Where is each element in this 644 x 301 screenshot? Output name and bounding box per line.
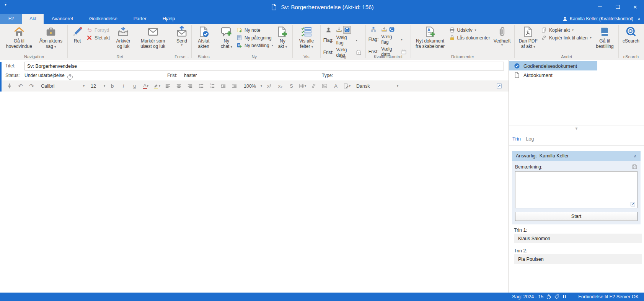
calendar-icon[interactable] bbox=[401, 49, 407, 55]
group-label-ny: Ny bbox=[216, 54, 293, 59]
start-approval-button[interactable]: Start bbox=[515, 212, 637, 221]
language-select[interactable]: Dansk▾ bbox=[355, 82, 400, 91]
new-note-button[interactable]: Ny note bbox=[236, 27, 273, 33]
send-button[interactable]: Send ▾ bbox=[174, 25, 190, 48]
copy-record-button[interactable]: Kopiér akt ▾ bbox=[541, 27, 592, 33]
document-list-item-record[interactable]: Aktdokument bbox=[509, 70, 597, 80]
csearch-button[interactable]: cSearch bbox=[620, 25, 642, 44]
case-number-label[interactable]: Sag: 2024 - 15 bbox=[512, 294, 543, 299]
undo-button-editor[interactable]: ↶ bbox=[15, 82, 26, 91]
document-list-item-approval[interactable]: Godkendelsesdokument bbox=[509, 61, 597, 70]
font-color-button[interactable]: A▾ bbox=[140, 82, 151, 91]
qc-choose-flag[interactable]: Vælg flag bbox=[381, 34, 398, 45]
edit-mode-button[interactable]: ▾ bbox=[341, 82, 352, 91]
flag-badge-selected[interactable] bbox=[344, 26, 351, 33]
finish-record-button[interactable]: Afslut akten bbox=[193, 25, 214, 50]
new-annotation-button[interactable]: Ny påtegning bbox=[236, 35, 273, 41]
zoom-select[interactable]: 100%▾ bbox=[242, 82, 264, 91]
new-request-button[interactable]: Ny bestilling ▾ bbox=[236, 43, 273, 48]
dropdown-icon[interactable]: ▾ bbox=[401, 38, 408, 41]
bold-button[interactable]: b bbox=[107, 82, 118, 91]
insert-table-button[interactable]: ▾ bbox=[297, 82, 308, 91]
open-case-button[interactable]: Åbn aktens sag ▾ bbox=[36, 25, 66, 50]
tab-parter[interactable]: Parter bbox=[126, 14, 155, 24]
close-button[interactable]: × bbox=[626, 0, 644, 14]
tag-icon[interactable] bbox=[554, 294, 559, 299]
align-right-button[interactable] bbox=[184, 82, 196, 91]
insert-image-button[interactable] bbox=[319, 82, 330, 91]
expand-comment-icon[interactable] bbox=[630, 201, 636, 207]
current-user-link[interactable]: Kamilla Keller (Kvalitetskontrol) bbox=[570, 16, 633, 21]
bullet-list-button[interactable] bbox=[196, 82, 207, 91]
dropdown-icon: ▾ bbox=[285, 45, 287, 49]
undo-button[interactable]: Fortryd bbox=[86, 27, 110, 33]
flag-tray-icon[interactable] bbox=[336, 27, 342, 33]
metadata-fields: Titel: Status: Under udarbejdelse? Frist… bbox=[0, 60, 509, 80]
collapse-ribbon-chevron[interactable]: ∧ bbox=[637, 14, 641, 24]
tab-hjaelp[interactable]: Hjælp bbox=[155, 14, 183, 24]
lock-documents-button[interactable]: Lås dokumenter bbox=[449, 35, 490, 41]
tab-f2[interactable]: F2 bbox=[0, 14, 22, 24]
underline-button[interactable]: u bbox=[129, 82, 140, 91]
new-chat-button[interactable]: Ny chat ▾ bbox=[218, 25, 235, 50]
goto-main-window-button[interactable]: Gå til hovedvindue bbox=[2, 25, 36, 50]
comment-label: Bemærkning: bbox=[515, 164, 542, 170]
print-button[interactable]: Udskriv ▾ bbox=[449, 27, 490, 33]
attach-button[interactable]: Vedhæft ▾ bbox=[491, 25, 513, 48]
font-size-select[interactable]: 12▾ bbox=[89, 82, 107, 91]
tab-godkendelse[interactable]: Godkendelse bbox=[81, 14, 126, 24]
dropdown-icon: ▾ bbox=[590, 36, 592, 39]
outdent-button[interactable] bbox=[218, 82, 229, 91]
approval-card-header[interactable]: Ansvarlig: Kamilla Keller ∧ bbox=[512, 151, 641, 161]
qc-flag-badge-icon[interactable] bbox=[389, 26, 395, 33]
qc-flag-tray-icon[interactable] bbox=[381, 26, 387, 33]
dropdown-icon: ▾ bbox=[397, 84, 398, 88]
step1-approver-row[interactable]: Klaus Salomon bbox=[514, 234, 642, 243]
mark-unread-close-button[interactable]: Markér som ulæst og luk bbox=[135, 25, 170, 50]
comment-textarea[interactable] bbox=[515, 171, 637, 208]
font-family-select[interactable]: Calibri▾ bbox=[39, 82, 86, 91]
numbered-list-button[interactable] bbox=[207, 82, 218, 91]
italic-button[interactable]: i bbox=[118, 82, 129, 91]
tab-trin[interactable]: Trin bbox=[512, 136, 521, 142]
show-all-fields-button[interactable]: Vis alle felter ▾ bbox=[294, 25, 319, 50]
delete-record-button[interactable]: Slet akt bbox=[86, 35, 110, 41]
save-comment-icon[interactable] bbox=[632, 164, 637, 170]
step2-approver-row[interactable]: Pia Poulsen bbox=[514, 254, 642, 264]
edit-button[interactable]: Ret bbox=[69, 25, 85, 44]
goto-request-button[interactable]: Gå til bestilling bbox=[593, 25, 617, 50]
dropdown-icon[interactable]: ▾ bbox=[356, 39, 363, 42]
clear-formatting-button[interactable]: A bbox=[330, 82, 341, 91]
subscript-button[interactable]: x₂ bbox=[275, 82, 286, 91]
create-pdf-button[interactable]: Dan PDF af akt ▾ bbox=[516, 25, 540, 50]
link-icon bbox=[541, 35, 547, 41]
indent-button[interactable] bbox=[229, 82, 240, 91]
server-connection-status: Forbindelse til F2 Server OK bbox=[578, 294, 639, 299]
expand-editor-button[interactable] bbox=[494, 82, 505, 91]
collapse-panel-triangle[interactable]: ▼ bbox=[575, 127, 579, 131]
collapse-card-chevron[interactable]: ∧ bbox=[634, 154, 637, 159]
help-icon[interactable]: ? bbox=[67, 74, 73, 80]
tab-akt[interactable]: Akt bbox=[22, 14, 44, 24]
new-record-button[interactable]: Ny akt ▾ bbox=[274, 25, 291, 50]
my-choose-flag[interactable]: Vælg flag bbox=[336, 35, 353, 46]
tab-avanceret[interactable]: Avanceret bbox=[44, 14, 81, 24]
redo-button-editor[interactable]: ↷ bbox=[26, 82, 37, 91]
minimize-button[interactable] bbox=[591, 0, 609, 14]
pause-icon[interactable] bbox=[562, 294, 567, 299]
insert-link-button[interactable] bbox=[308, 82, 319, 91]
align-center-button[interactable] bbox=[173, 82, 184, 91]
title-input[interactable] bbox=[24, 62, 504, 70]
document-editor-body[interactable] bbox=[0, 92, 509, 293]
format-painter-button[interactable] bbox=[4, 82, 15, 91]
align-left-button[interactable] bbox=[162, 82, 173, 91]
stopwatch-icon[interactable] bbox=[546, 294, 551, 299]
strikethrough-button[interactable]: S bbox=[286, 82, 297, 91]
new-document-from-template-button[interactable]: Nyt dokument fra skabeloner bbox=[412, 25, 448, 50]
tab-log[interactable]: Log bbox=[526, 136, 534, 142]
archive-and-close-button[interactable]: Arkivér og luk bbox=[111, 25, 135, 50]
maximize-button[interactable] bbox=[609, 0, 626, 14]
copy-link-button[interactable]: Kopiér link til akten ▾ bbox=[541, 35, 592, 41]
superscript-button[interactable]: x² bbox=[264, 82, 275, 91]
highlight-button[interactable]: ▾ bbox=[151, 82, 162, 91]
